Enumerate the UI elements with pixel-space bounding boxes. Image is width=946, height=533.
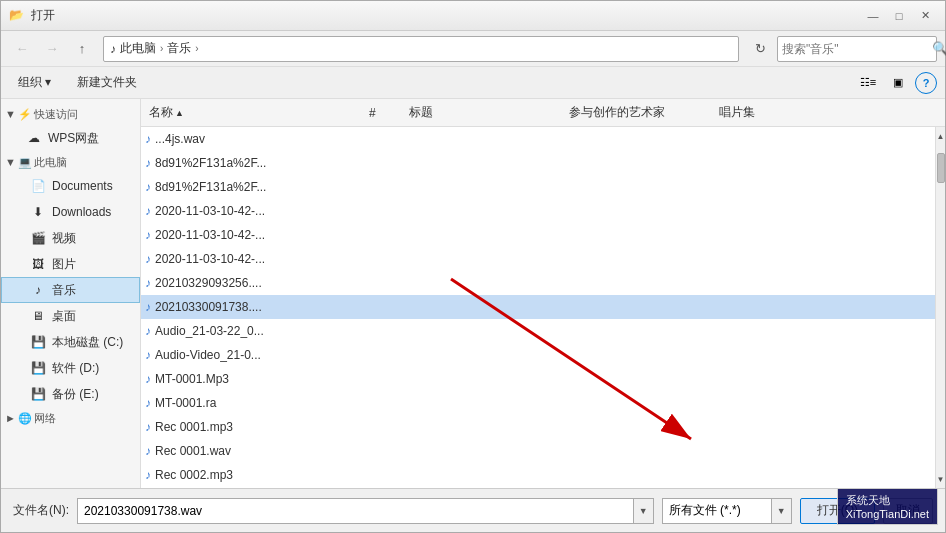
disk-e-label: 备份 (E:) bbox=[52, 386, 99, 403]
filename-input[interactable] bbox=[77, 498, 634, 524]
file-name: Audio_21-03-22_0... bbox=[155, 324, 264, 338]
table-row[interactable]: ♪8d91%2F131a%2F... bbox=[141, 175, 935, 199]
table-row[interactable]: ♪2020-11-03-10-42-... bbox=[141, 199, 935, 223]
col-artist-header[interactable]: 参与创作的艺术家 bbox=[565, 104, 715, 121]
breadcrumb-music-icon: ♪ bbox=[110, 42, 116, 56]
table-row[interactable]: ♪2020-11-03-10-42-... bbox=[141, 247, 935, 271]
forward-button[interactable]: → bbox=[39, 36, 65, 62]
chevron-down-icon-pc: ▼ bbox=[5, 156, 16, 168]
vertical-scrollbar[interactable]: ▲ ▼ bbox=[935, 127, 945, 488]
file-name: 8d91%2F131a%2F... bbox=[155, 156, 266, 170]
table-row[interactable]: ♪Rec 0002.mp3 bbox=[141, 463, 935, 487]
col-name-header[interactable]: 名称 ▲ bbox=[145, 104, 365, 121]
sidebar-item-documents[interactable]: 📄 Documents bbox=[1, 173, 140, 199]
organize-button[interactable]: 组织 ▾ bbox=[9, 71, 60, 95]
file-name: ...4js.wav bbox=[155, 132, 205, 146]
filename-label: 文件名(N): bbox=[13, 502, 69, 519]
filename-dropdown-button[interactable]: ▼ bbox=[634, 498, 654, 524]
file-name: 20210329093256.... bbox=[155, 276, 262, 290]
table-row[interactable]: ♪2020-11-03-10-42-... bbox=[141, 223, 935, 247]
col-album-header[interactable]: 唱片集 bbox=[715, 104, 835, 121]
file-name: Rec 0001.mp3 bbox=[155, 420, 233, 434]
file-music-icon: ♪ bbox=[145, 468, 151, 482]
search-input[interactable] bbox=[782, 42, 932, 56]
file-name: Audio-Video_21-0... bbox=[155, 348, 261, 362]
file-name: Rec 0002.mp3 bbox=[155, 468, 233, 482]
table-row-selected[interactable]: ♪20210330091738.... bbox=[141, 295, 935, 319]
downloads-label: Downloads bbox=[52, 205, 111, 219]
table-row[interactable]: ♪Rec 0001.mp3 bbox=[141, 415, 935, 439]
desktop-icon: 🖥 bbox=[30, 308, 46, 324]
quick-access-label: 快速访问 bbox=[34, 107, 78, 122]
window-title: 打开 bbox=[31, 7, 55, 24]
open-button[interactable]: 打开(O) bbox=[800, 498, 875, 524]
table-row[interactable]: ♪Rec 0001.wav bbox=[141, 439, 935, 463]
back-button[interactable]: ← bbox=[9, 36, 35, 62]
this-pc-label: 此电脑 bbox=[34, 155, 67, 170]
help-button[interactable]: ? bbox=[915, 72, 937, 94]
refresh-button[interactable]: ↻ bbox=[747, 36, 773, 62]
main-area: ▼ ⚡ 快速访问 ☁ WPS网盘 ▼ 💻 此电脑 📄 Documents ⬇ D… bbox=[1, 99, 945, 488]
sidebar-item-local-disk-c[interactable]: 💾 本地磁盘 (C:) bbox=[1, 329, 140, 355]
scroll-down-arrow[interactable]: ▼ bbox=[936, 472, 946, 486]
pane-button[interactable]: ▣ bbox=[885, 71, 911, 95]
music-icon: ♪ bbox=[30, 282, 46, 298]
file-music-icon: ♪ bbox=[145, 444, 151, 458]
filetype-dropdown-button[interactable]: ▼ bbox=[772, 498, 792, 524]
sidebar-item-wps-cloud[interactable]: ☁ WPS网盘 bbox=[1, 125, 140, 151]
table-row[interactable]: ♪...4js.wav bbox=[141, 127, 935, 151]
sidebar-item-software-d[interactable]: 💾 软件 (D:) bbox=[1, 355, 140, 381]
file-name: 2020-11-03-10-42-... bbox=[155, 228, 265, 242]
search-button[interactable]: 🔍 bbox=[932, 39, 946, 59]
chevron-down-icon: ▼ bbox=[5, 108, 16, 120]
table-row[interactable]: ♪Audio_21-03-22_0... bbox=[141, 319, 935, 343]
disk-c-label: 本地磁盘 (C:) bbox=[52, 334, 123, 351]
sidebar-item-backup-e[interactable]: 💾 备份 (E:) bbox=[1, 381, 140, 407]
sidebar-header-this-pc[interactable]: ▼ 💻 此电脑 bbox=[1, 151, 140, 173]
col-title-header[interactable]: 标题 bbox=[405, 104, 565, 121]
sidebar-item-videos[interactable]: 🎬 视频 bbox=[1, 225, 140, 251]
sidebar-item-music[interactable]: ♪ 音乐 bbox=[1, 277, 140, 303]
file-name: MT-0001.Mp3 bbox=[155, 372, 229, 386]
scroll-thumb[interactable] bbox=[937, 153, 945, 183]
file-name: 2020-11-03-10-42-... bbox=[155, 252, 265, 266]
sort-arrow-icon: ▲ bbox=[175, 108, 184, 118]
pictures-icon: 🖼 bbox=[30, 256, 46, 272]
sidebar-header-quick-access[interactable]: ▼ ⚡ 快速访问 bbox=[1, 103, 140, 125]
table-row[interactable]: ♪record02 - 2020-... 2 2020/11/11 14:13:… bbox=[141, 487, 935, 488]
cancel-button[interactable]: 取消 bbox=[883, 498, 933, 524]
table-row[interactable]: ♪8d91%2F131a%2F... bbox=[141, 151, 935, 175]
table-row[interactable]: ♪MT-0001.ra bbox=[141, 391, 935, 415]
file-music-icon: ♪ bbox=[145, 396, 151, 410]
disk-c-icon: 💾 bbox=[30, 334, 46, 350]
table-row[interactable]: ♪20210329093256.... bbox=[141, 271, 935, 295]
breadcrumb-sep2: › bbox=[195, 43, 198, 54]
col-num-header[interactable]: # bbox=[365, 106, 405, 120]
toolbar: ← → ↑ ♪ 此电脑 › 音乐 › ↻ 🔍 bbox=[1, 31, 945, 67]
col-name-label: 名称 bbox=[149, 104, 173, 121]
sidebar-item-downloads[interactable]: ⬇ Downloads bbox=[1, 199, 140, 225]
view-button[interactable]: ☷≡ bbox=[855, 71, 881, 95]
filetype-input[interactable] bbox=[662, 498, 772, 524]
documents-label: Documents bbox=[52, 179, 113, 193]
up-button[interactable]: ↑ bbox=[69, 36, 95, 62]
sidebar-item-pictures[interactable]: 🖼 图片 bbox=[1, 251, 140, 277]
breadcrumb-this-pc: 此电脑 bbox=[120, 40, 156, 57]
close-button[interactable]: ✕ bbox=[913, 5, 937, 27]
file-music-icon: ♪ bbox=[145, 132, 151, 146]
title-controls: — □ ✕ bbox=[861, 5, 937, 27]
scroll-up-arrow[interactable]: ▲ bbox=[936, 129, 946, 143]
table-row[interactable]: ♪Audio-Video_21-0... bbox=[141, 343, 935, 367]
sidebar-item-desktop[interactable]: 🖥 桌面 bbox=[1, 303, 140, 329]
sidebar-header-network[interactable]: ► 🌐 网络 bbox=[1, 407, 140, 429]
minimize-button[interactable]: — bbox=[861, 5, 885, 27]
breadcrumb[interactable]: ♪ 此电脑 › 音乐 › bbox=[103, 36, 739, 62]
videos-icon: 🎬 bbox=[30, 230, 46, 246]
table-row[interactable]: ♪MT-0001.Mp3 bbox=[141, 367, 935, 391]
network-icon: 🌐 bbox=[18, 412, 32, 425]
bottom-bar: 文件名(N): ▼ ▼ 打开(O) 取消 bbox=[1, 488, 945, 532]
maximize-button[interactable]: □ bbox=[887, 5, 911, 27]
file-list: ♪...4js.wav ♪8d91%2F131a%2F... ♪8d91%2F1… bbox=[141, 127, 935, 488]
search-bar: 🔍 bbox=[777, 36, 937, 62]
new-folder-button[interactable]: 新建文件夹 bbox=[68, 71, 146, 95]
